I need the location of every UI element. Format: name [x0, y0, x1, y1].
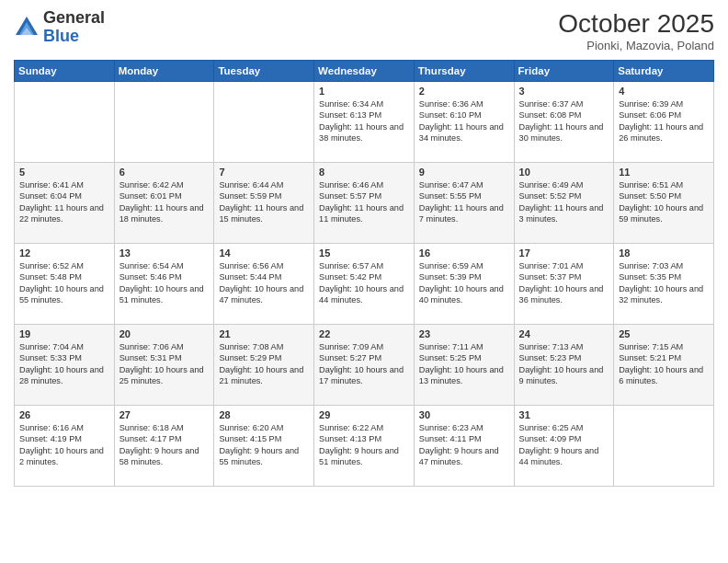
day-cell: 23Sunrise: 7:11 AM Sunset: 5:25 PM Dayli…: [414, 325, 514, 406]
header-row: Sunday Monday Tuesday Wednesday Thursday…: [15, 61, 714, 82]
day-cell: 16Sunrise: 6:59 AM Sunset: 5:39 PM Dayli…: [414, 244, 514, 325]
month-title: October 2025: [558, 9, 714, 39]
day-info: Sunrise: 6:49 AM Sunset: 5:52 PM Dayligh…: [519, 179, 609, 225]
day-info: Sunrise: 6:16 AM Sunset: 4:19 PM Dayligh…: [19, 422, 109, 468]
day-cell: 13Sunrise: 6:54 AM Sunset: 5:46 PM Dayli…: [114, 244, 214, 325]
day-info: Sunrise: 6:41 AM Sunset: 6:04 PM Dayligh…: [19, 179, 109, 225]
day-info: Sunrise: 6:25 AM Sunset: 4:09 PM Dayligh…: [519, 422, 609, 468]
title-block: October 2025 Pionki, Mazovia, Poland: [558, 9, 714, 52]
day-number: 2: [419, 86, 509, 97]
week-row-3: 19Sunrise: 7:04 AM Sunset: 5:33 PM Dayli…: [15, 325, 714, 406]
day-cell: [15, 82, 115, 163]
day-number: 15: [319, 247, 409, 259]
day-number: 21: [219, 328, 309, 339]
day-info: Sunrise: 6:37 AM Sunset: 6:08 PM Dayligh…: [519, 98, 609, 144]
day-cell: [614, 406, 714, 487]
day-number: 7: [219, 167, 309, 178]
day-cell: 9Sunrise: 6:47 AM Sunset: 5:55 PM Daylig…: [414, 163, 514, 244]
day-cell: 15Sunrise: 6:57 AM Sunset: 5:42 PM Dayli…: [314, 244, 415, 325]
day-number: 5: [19, 167, 109, 178]
day-number: 28: [219, 409, 309, 420]
header: General Blue October 2025 Pionki, Mazovi…: [14, 9, 714, 52]
day-number: 19: [19, 328, 109, 339]
day-number: 13: [119, 247, 210, 259]
calendar-table: Sunday Monday Tuesday Wednesday Thursday…: [14, 60, 714, 487]
logo-blue-text: Blue: [43, 27, 79, 45]
day-number: 27: [119, 409, 210, 420]
day-info: Sunrise: 6:42 AM Sunset: 6:01 PM Dayligh…: [119, 179, 210, 225]
day-number: 12: [19, 247, 109, 259]
logo-general-text: General: [43, 8, 105, 27]
calendar-body: 1Sunrise: 6:34 AM Sunset: 6:13 PM Daylig…: [15, 82, 714, 487]
day-info: Sunrise: 7:11 AM Sunset: 5:25 PM Dayligh…: [419, 341, 509, 387]
day-number: 20: [119, 328, 210, 339]
day-number: 10: [519, 167, 609, 178]
col-sunday: Sunday: [15, 61, 115, 82]
day-number: 14: [219, 247, 309, 259]
week-row-2: 12Sunrise: 6:52 AM Sunset: 5:48 PM Dayli…: [15, 244, 714, 325]
day-cell: 20Sunrise: 7:06 AM Sunset: 5:31 PM Dayli…: [114, 325, 214, 406]
day-number: 8: [319, 167, 409, 178]
day-number: 31: [519, 409, 609, 420]
logo-text: General Blue: [43, 9, 105, 46]
day-number: 1: [319, 86, 409, 97]
day-cell: 30Sunrise: 6:23 AM Sunset: 4:11 PM Dayli…: [414, 406, 514, 487]
day-number: 17: [519, 247, 609, 259]
day-number: 29: [319, 409, 409, 420]
col-tuesday: Tuesday: [214, 61, 314, 82]
day-info: Sunrise: 7:08 AM Sunset: 5:29 PM Dayligh…: [219, 341, 309, 387]
col-monday: Monday: [114, 61, 214, 82]
day-cell: 4Sunrise: 6:39 AM Sunset: 6:06 PM Daylig…: [614, 82, 714, 163]
day-info: Sunrise: 6:54 AM Sunset: 5:46 PM Dayligh…: [119, 260, 210, 306]
day-number: 4: [619, 86, 709, 97]
day-cell: 11Sunrise: 6:51 AM Sunset: 5:50 PM Dayli…: [614, 163, 714, 244]
day-cell: 17Sunrise: 7:01 AM Sunset: 5:37 PM Dayli…: [514, 244, 614, 325]
day-cell: 14Sunrise: 6:56 AM Sunset: 5:44 PM Dayli…: [214, 244, 314, 325]
logo-icon: [14, 15, 40, 40]
day-number: 3: [519, 86, 609, 97]
subtitle: Pionki, Mazovia, Poland: [558, 39, 714, 52]
day-cell: 31Sunrise: 6:25 AM Sunset: 4:09 PM Dayli…: [514, 406, 614, 487]
day-info: Sunrise: 7:03 AM Sunset: 5:35 PM Dayligh…: [619, 260, 709, 306]
week-row-1: 5Sunrise: 6:41 AM Sunset: 6:04 PM Daylig…: [15, 163, 714, 244]
day-info: Sunrise: 6:23 AM Sunset: 4:11 PM Dayligh…: [419, 422, 509, 468]
day-number: 16: [419, 247, 509, 259]
day-cell: 26Sunrise: 6:16 AM Sunset: 4:19 PM Dayli…: [15, 406, 115, 487]
day-cell: 21Sunrise: 7:08 AM Sunset: 5:29 PM Dayli…: [214, 325, 314, 406]
day-number: 25: [619, 328, 709, 339]
day-cell: 5Sunrise: 6:41 AM Sunset: 6:04 PM Daylig…: [15, 163, 115, 244]
day-info: Sunrise: 6:34 AM Sunset: 6:13 PM Dayligh…: [319, 98, 409, 144]
day-cell: 19Sunrise: 7:04 AM Sunset: 5:33 PM Dayli…: [15, 325, 115, 406]
day-cell: 2Sunrise: 6:36 AM Sunset: 6:10 PM Daylig…: [414, 82, 514, 163]
day-info: Sunrise: 7:13 AM Sunset: 5:23 PM Dayligh…: [519, 341, 609, 387]
day-cell: 22Sunrise: 7:09 AM Sunset: 5:27 PM Dayli…: [314, 325, 415, 406]
day-info: Sunrise: 6:57 AM Sunset: 5:42 PM Dayligh…: [319, 260, 409, 306]
day-number: 30: [419, 409, 509, 420]
day-number: 22: [319, 328, 409, 339]
day-info: Sunrise: 6:47 AM Sunset: 5:55 PM Dayligh…: [419, 179, 509, 225]
logo: General Blue: [14, 9, 105, 46]
day-info: Sunrise: 7:01 AM Sunset: 5:37 PM Dayligh…: [519, 260, 609, 306]
day-info: Sunrise: 6:22 AM Sunset: 4:13 PM Dayligh…: [319, 422, 409, 468]
calendar-header: Sunday Monday Tuesday Wednesday Thursday…: [15, 61, 714, 82]
col-friday: Friday: [514, 61, 614, 82]
day-info: Sunrise: 7:15 AM Sunset: 5:21 PM Dayligh…: [619, 341, 709, 387]
page-container: General Blue October 2025 Pionki, Mazovi…: [0, 0, 728, 496]
day-cell: 3Sunrise: 6:37 AM Sunset: 6:08 PM Daylig…: [514, 82, 614, 163]
day-info: Sunrise: 7:09 AM Sunset: 5:27 PM Dayligh…: [319, 341, 409, 387]
day-cell: 1Sunrise: 6:34 AM Sunset: 6:13 PM Daylig…: [314, 82, 415, 163]
col-wednesday: Wednesday: [314, 61, 415, 82]
day-info: Sunrise: 6:36 AM Sunset: 6:10 PM Dayligh…: [419, 98, 509, 144]
day-cell: 6Sunrise: 6:42 AM Sunset: 6:01 PM Daylig…: [114, 163, 214, 244]
day-cell: 18Sunrise: 7:03 AM Sunset: 5:35 PM Dayli…: [614, 244, 714, 325]
day-info: Sunrise: 6:51 AM Sunset: 5:50 PM Dayligh…: [619, 179, 709, 225]
day-info: Sunrise: 6:52 AM Sunset: 5:48 PM Dayligh…: [19, 260, 109, 306]
day-info: Sunrise: 6:46 AM Sunset: 5:57 PM Dayligh…: [319, 179, 409, 225]
day-cell: 24Sunrise: 7:13 AM Sunset: 5:23 PM Dayli…: [514, 325, 614, 406]
day-cell: 12Sunrise: 6:52 AM Sunset: 5:48 PM Dayli…: [15, 244, 115, 325]
col-saturday: Saturday: [614, 61, 714, 82]
day-cell: 27Sunrise: 6:18 AM Sunset: 4:17 PM Dayli…: [114, 406, 214, 487]
day-info: Sunrise: 6:18 AM Sunset: 4:17 PM Dayligh…: [119, 422, 210, 468]
week-row-0: 1Sunrise: 6:34 AM Sunset: 6:13 PM Daylig…: [15, 82, 714, 163]
day-info: Sunrise: 6:56 AM Sunset: 5:44 PM Dayligh…: [219, 260, 309, 306]
